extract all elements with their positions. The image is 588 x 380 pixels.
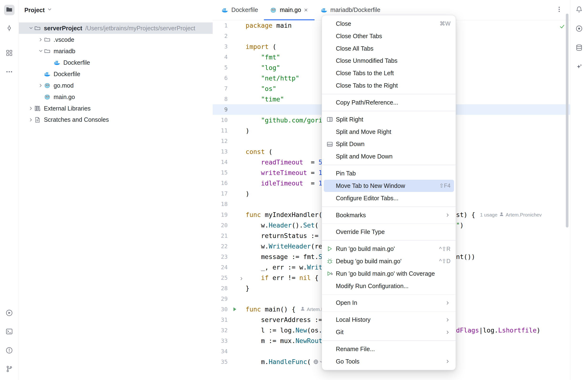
tab-bar-more-button[interactable]	[556, 6, 562, 14]
menu-item-configure-editor-tabs[interactable]: Configure Editor Tabs...	[322, 192, 456, 204]
gutter-cell	[228, 283, 244, 294]
docker-icon	[222, 7, 228, 13]
ai-actions-button[interactable]	[574, 62, 584, 73]
menu-item-move-tab-to-new-window[interactable]: Move Tab to New Window⇧F4	[324, 180, 454, 192]
code-token: "time"	[261, 95, 284, 103]
notifications-button[interactable]	[574, 5, 584, 15]
code-text: const (	[244, 148, 273, 155]
menu-item-close[interactable]: Close⌘W	[322, 18, 456, 30]
menu-item-open-in[interactable]: Open In	[322, 297, 456, 309]
menu-separator	[322, 311, 456, 312]
code-token	[246, 179, 261, 187]
tree-item-mariadb[interactable]: mariadb	[19, 45, 213, 57]
more-tool-windows-tool-button[interactable]	[4, 67, 15, 77]
code-token: Set	[303, 222, 314, 229]
gutter-cell	[228, 336, 244, 346]
submenu-arrow-icon	[445, 300, 450, 305]
code-token: func	[246, 211, 261, 218]
structure-tool-button[interactable]	[4, 48, 15, 59]
menu-item-close-tabs-to-the-right[interactable]: Close Tabs to the Right	[322, 79, 456, 92]
menu-item-split-down[interactable]: Split Down	[322, 138, 456, 150]
tree-item-scratches-and-consoles[interactable]: Scratches and Consoles	[19, 114, 213, 126]
code-line-continuation: nt())	[456, 252, 475, 262]
code-token: message := fmt.	[246, 253, 319, 260]
menu-item-rename-file[interactable]: Rename File...	[322, 343, 456, 355]
menu-item-split-right[interactable]: Split Right	[322, 113, 456, 126]
terminal-tool-button[interactable]	[4, 327, 15, 338]
menu-item-override-file-type[interactable]: Override File Type	[322, 226, 456, 238]
menu-item-label: Move Tab to New Window	[336, 182, 405, 189]
project-panel-header[interactable]: Project	[19, 0, 213, 20]
line-number: 18	[213, 201, 228, 208]
tree-item-path: /Users/jetbrains/myProjects/serverProjec…	[85, 25, 195, 32]
inspections-ok-icon[interactable]	[559, 23, 565, 29]
gopher-icon	[270, 7, 277, 13]
tree-item-main-go[interactable]: main.go	[19, 91, 213, 103]
gopher-icon	[44, 82, 51, 89]
code-line-continuation: st) {1 usageArtem.Pronichev	[456, 209, 541, 220]
editor-scrollbar[interactable]	[566, 14, 569, 228]
menu-item-label: Close Unmodified Tabs	[336, 57, 398, 64]
chevron-down-icon	[47, 7, 52, 14]
project-tree: serverProject/Users/jetbrains/myProjects…	[19, 22, 213, 126]
menu-item-go-tools[interactable]: Go Tools	[322, 355, 456, 368]
chevron-down-icon[interactable]	[37, 48, 44, 54]
close-icon[interactable]	[303, 7, 309, 13]
menu-item-bookmarks[interactable]: Bookmarks	[322, 209, 456, 221]
code-token	[246, 158, 261, 166]
menu-item-split-and-move-right[interactable]: Split and Move Right	[322, 126, 456, 138]
menu-item-git[interactable]: Git	[322, 326, 456, 339]
fold-chevron-icon[interactable]	[239, 275, 244, 283]
chevron-right-icon[interactable]	[37, 83, 44, 88]
menu-item-run-go-build-main-go[interactable]: Run 'go build main.go'^⇧R	[322, 243, 456, 255]
chevron-down-icon[interactable]	[28, 26, 34, 31]
code-vision-hint[interactable]: 1 usageArtem.Pronichev	[480, 212, 541, 218]
code-token	[246, 116, 261, 124]
menu-separator	[322, 294, 456, 295]
commit-icon	[5, 24, 13, 33]
database-button[interactable]	[574, 43, 584, 54]
tree-item-dockerfile[interactable]: Dockerfile	[19, 57, 213, 68]
tree-item-dockerfile[interactable]: Dockerfile	[19, 68, 213, 80]
line-number: 13	[213, 148, 228, 155]
run-gutter-icon[interactable]	[232, 306, 238, 314]
run-tool-button[interactable]	[4, 308, 15, 319]
code-token: "log"	[261, 64, 280, 71]
tree-item-go-mod[interactable]: go.mod	[19, 80, 213, 91]
gutter-cell	[228, 41, 244, 52]
menu-item-run-go-build-main-go-with-coverage[interactable]: Run 'go build main.go' with Coverage	[322, 267, 456, 280]
gutter-cell	[228, 188, 244, 199]
line-number: 29	[213, 296, 228, 302]
menu-item-split-and-move-down[interactable]: Split and Move Down	[322, 150, 456, 163]
menu-item-close-tabs-to-the-left[interactable]: Close Tabs to the Left	[322, 67, 456, 79]
bell-icon	[575, 6, 583, 15]
tree-item-vscode[interactable]: .vscode	[19, 34, 213, 45]
code-token: (	[265, 148, 273, 155]
version-control-tool-button[interactable]	[4, 364, 15, 375]
tab-main-go[interactable]: main.go	[264, 0, 314, 20]
code-text: m.HandleFunc(	[244, 358, 323, 365]
problems-tool-button[interactable]	[4, 346, 15, 356]
menu-item-debug-go-build-main-go[interactable]: Debug 'go build main.go'^⇧D	[322, 255, 456, 267]
code-token: idleTimeout	[261, 179, 303, 187]
code-token: package	[246, 22, 273, 29]
menu-item-close-unmodified-tabs[interactable]: Close Unmodified Tabs	[322, 55, 456, 67]
menu-item-close-all-tabs[interactable]: Close All Tabs	[322, 42, 456, 55]
menu-item-modify-run-configuration[interactable]: Modify Run Configuration...	[322, 280, 456, 292]
tab-dockerfile[interactable]: Dockerfile	[216, 0, 264, 20]
menu-item-pin-tab[interactable]: Pin Tab	[322, 167, 456, 180]
tab-label: main.go	[280, 6, 301, 13]
tree-item-external-libraries[interactable]: External Libraries	[19, 103, 213, 114]
tree-item-serverproject[interactable]: serverProject/Users/jetbrains/myProjects…	[19, 22, 213, 34]
chevron-right-icon[interactable]	[37, 37, 44, 42]
ai-assistant-button[interactable]	[574, 24, 584, 35]
project-tool-button[interactable]	[4, 5, 15, 15]
menu-item-close-other-tabs[interactable]: Close Other Tabs	[322, 30, 456, 42]
code-line-continuation: dFlags|log.Lshortfile)	[456, 325, 540, 336]
menu-item-local-history[interactable]: Local History	[322, 314, 456, 326]
commit-tool-button[interactable]	[4, 24, 15, 34]
line-number: 35	[213, 359, 228, 365]
chevron-right-icon[interactable]	[28, 106, 34, 111]
chevron-right-icon[interactable]	[28, 117, 34, 122]
menu-item-copy-path-reference[interactable]: Copy Path/Reference...	[322, 96, 456, 109]
